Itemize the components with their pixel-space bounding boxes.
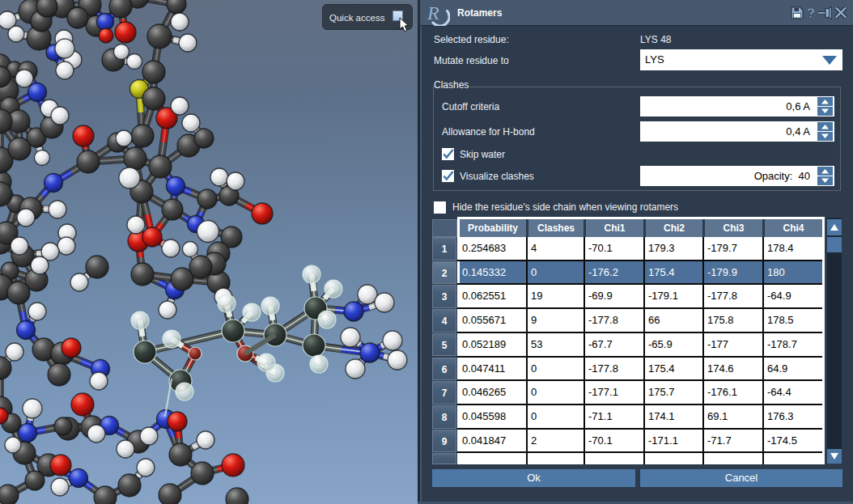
svg-text:R: R [426, 2, 439, 23]
svg-text:LYS48: LYS48 [142, 350, 157, 355]
svg-text:?: ? [807, 6, 815, 20]
